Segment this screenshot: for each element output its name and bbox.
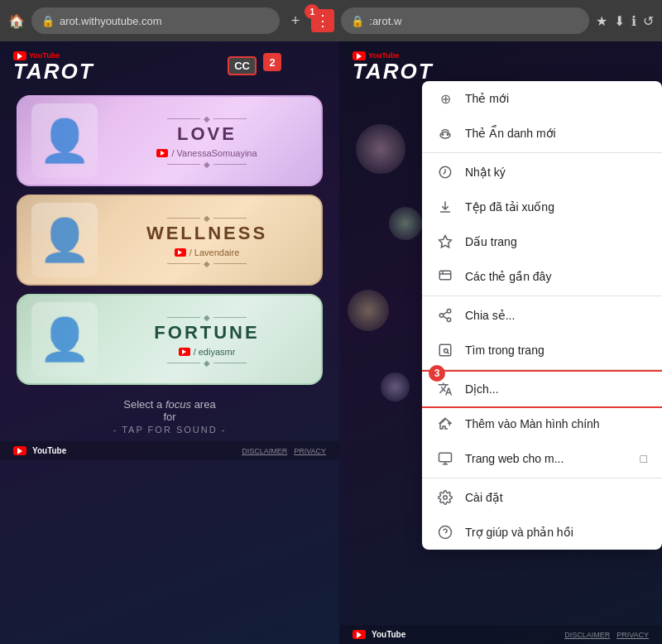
svg-rect-18 [439, 453, 452, 462]
menu-item-tim-trang[interactable]: Tìm trong trang [422, 333, 662, 368]
right-yt-logo: YouTube TAROT [353, 51, 434, 82]
cards-container: 👤 ◆ LOVE / VanessaSomuayina [0, 89, 339, 392]
footer-yt: YouTube [13, 446, 66, 455]
settings-icon [437, 489, 453, 506]
download-icon[interactable]: ⬇ [614, 13, 625, 29]
fortune-person-silhouette: 👤 [39, 315, 90, 363]
menu-item-them-man-hinh[interactable]: Thêm vào Màn hình chính [422, 406, 662, 441]
lock-icon: 🔒 [41, 15, 55, 27]
f-line-r [213, 317, 247, 318]
fortune-card[interactable]: 👤 ◆ FORTUNE / ediyasmr [17, 294, 323, 385]
right-footer: YouTube DISCLAIMER PRIVACY [339, 625, 662, 644]
right-footer-yt: YouTube [353, 630, 405, 639]
main-area: CC 2 YouTube TAROT 👤 [0, 41, 662, 644]
refresh-icon[interactable]: ↺ [643, 13, 654, 29]
wellness-arrow: ◆ [106, 214, 308, 223]
menu-item-the-moi[interactable]: ⊕ Thẻ mới [422, 81, 662, 116]
wellness-arrow-b: ◆ [106, 259, 308, 268]
menu-item-chia-se[interactable]: Chia sẻ... [422, 298, 662, 333]
address-bar-right[interactable]: 🔒 :arot.w [341, 7, 589, 34]
wellness-card-text: ◆ WELLNESS / Lavendaire ◆ [106, 212, 308, 268]
menu-item-trang-web[interactable]: Trang web cho m... □ [422, 441, 662, 476]
them-man-hinh-label: Thêm vào Màn hình chính [465, 417, 647, 430]
menu-item-cai-dat[interactable]: Cài đặt [422, 480, 662, 515]
line-right-b [213, 164, 247, 165]
yt-mini-love [156, 149, 168, 157]
menu-item-tep-tai-xuong[interactable]: Tệp đã tải xuống [422, 190, 662, 224]
nhat-ky-label: Nhật ký [465, 166, 647, 179]
svg-line-12 [443, 312, 447, 315]
tep-tai-xuong-label: Tệp đã tải xuống [465, 200, 647, 214]
wellness-person-placeholder: 👤 [31, 203, 98, 277]
cac-the-label: Các thẻ gần đây [465, 270, 647, 283]
svg-point-10 [447, 318, 451, 322]
svg-line-15 [448, 353, 449, 354]
menu-item-the-an-danh[interactable]: Thẻ Ẩn danh mới [422, 116, 662, 151]
tro-giup-label: Trợ giúp và phản hồi [465, 526, 647, 539]
disclaimer-link[interactable]: DISCLAIMER [242, 447, 287, 455]
love-card-person: 👤 [31, 103, 98, 178]
menu-item-nhat-ky[interactable]: Nhật ký [422, 155, 662, 190]
cc-badge[interactable]: CC [228, 56, 257, 75]
love-channel: / VanessaSomuayina [106, 148, 308, 158]
w-line-rb [213, 263, 247, 264]
tab-add-button[interactable]: + [286, 12, 305, 30]
w-line-r [213, 218, 247, 219]
three-dots-button[interactable]: 1 ⋮ [311, 9, 334, 32]
love-card[interactable]: 👤 ◆ LOVE / VanessaSomuayina [17, 95, 323, 186]
fortune-title: FORTUNE [106, 322, 308, 344]
tim-trang-label: Tìm trong trang [465, 344, 647, 357]
love-arrow-bottom: ◆ [106, 160, 308, 169]
right-disclaimer-link[interactable]: DISCLAIMER [564, 631, 610, 639]
home-icon[interactable]: 🏠 [8, 13, 25, 29]
svg-marker-4 [439, 236, 452, 248]
wellness-card[interactable]: 👤 ◆ WELLNESS / Lavendaire [17, 195, 323, 286]
address-left-text: arot.withyoutube.com [60, 15, 162, 27]
star-icon[interactable]: ★ [596, 13, 607, 29]
info-icon[interactable]: ℹ [631, 13, 636, 29]
the-an-danh-label: Thẻ Ẩn danh mới [465, 127, 647, 140]
browser-actions: ★ ⬇ ℹ ↺ [596, 13, 654, 29]
badge-2: 2 [263, 53, 281, 71]
love-card-text: ◆ LOVE / VanessaSomuayina ◆ [106, 113, 308, 169]
dau-trang-label: Dấu trang [465, 235, 647, 248]
right-panel: YouTube TAROT YouTube DISCLAIMER PRIVACY [339, 41, 662, 644]
left-panel: CC 2 YouTube TAROT 👤 [0, 41, 339, 644]
right-footer-yt-icon [353, 630, 366, 639]
tarot-title: TAROT [13, 60, 94, 82]
download-menu-icon [437, 199, 453, 215]
trang-web-extra: □ [640, 452, 647, 465]
trang-web-label: Trang web cho m... [465, 452, 629, 465]
divider-3 [422, 369, 662, 370]
site-header: YouTube TAROT [0, 41, 339, 89]
privacy-link[interactable]: PRIVACY [294, 447, 326, 455]
cai-dat-label: Cài đặt [465, 491, 647, 504]
wellness-card-person: 👤 [31, 203, 98, 277]
menu-item-dau-trang[interactable]: Dấu trang [422, 224, 662, 259]
deco-3 [348, 290, 389, 331]
svg-rect-13 [439, 344, 451, 356]
divider-1 [422, 152, 662, 153]
menu-item-tro-giup[interactable]: Trợ giúp và phản hồi [422, 515, 662, 550]
badge-3: 3 [429, 365, 445, 382]
yt-mini-wellness [175, 248, 186, 257]
menu-item-dich[interactable]: 3 Dịch... [422, 372, 662, 406]
person-placeholder: 👤 [31, 103, 98, 178]
desktop-icon [437, 450, 453, 467]
f-line-rb [213, 363, 247, 363]
menu-item-cac-the[interactable]: Các thẻ gần đây [422, 259, 662, 294]
love-title: LOVE [106, 123, 308, 145]
browser-chrome: 🏠 🔒 arot.withyoutube.com + 1 ⋮ 🔒 :arot.w… [0, 0, 662, 41]
lock-icon-right: 🔒 [351, 15, 364, 27]
recent-tabs-icon [437, 268, 453, 285]
fortune-arrow: ◆ [106, 313, 308, 322]
right-privacy-link[interactable]: PRIVACY [616, 631, 649, 639]
dich-label: Dịch... [465, 382, 647, 396]
divider-2 [422, 296, 662, 296]
footer-yt-label: YouTube [32, 446, 66, 455]
fortune-card-content: 👤 ◆ FORTUNE / ediyasmr [18, 296, 321, 383]
address-bar-left[interactable]: 🔒 arot.withyoutube.com [31, 7, 280, 34]
svg-point-9 [439, 314, 444, 318]
fortune-channel-name: / ediyasmr [194, 347, 236, 357]
line-right [213, 118, 247, 119]
